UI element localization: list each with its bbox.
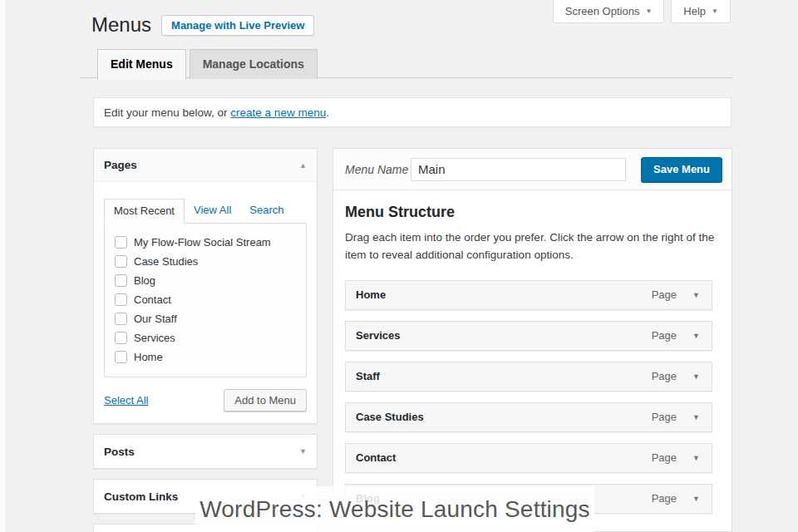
- page-checkbox[interactable]: [115, 332, 127, 344]
- chevron-down-icon: ▼: [712, 7, 718, 15]
- nav-tabs: Edit Menus Manage Locations: [97, 49, 318, 79]
- tab-edit-menus[interactable]: Edit Menus: [97, 49, 186, 80]
- video-caption-overlay: WordPress: Website Launch Settings: [195, 486, 594, 532]
- menu-item-label: Staff: [356, 370, 380, 382]
- menu-item-services[interactable]: Services Page ▼: [345, 321, 712, 351]
- list-item: Home: [105, 347, 306, 367]
- pages-metabox-title: Pages: [104, 159, 137, 171]
- menu-item-home[interactable]: Home Page ▼: [345, 280, 712, 310]
- expand-item-icon[interactable]: ▼: [692, 454, 700, 462]
- list-item: Our Staff: [105, 309, 306, 328]
- tab-most-recent[interactable]: Most Recent: [104, 199, 185, 224]
- add-to-menu-button[interactable]: Add to Menu: [224, 389, 307, 411]
- page-checkbox-label[interactable]: Contact: [134, 293, 171, 306]
- page-checkbox-label[interactable]: Blog: [134, 274, 155, 287]
- posts-metabox-header[interactable]: Posts ▼: [94, 435, 317, 468]
- menu-editor-panel: Menu Name Save Menu Menu Structure Drag …: [332, 148, 732, 532]
- list-item: Contact: [105, 290, 306, 309]
- page-checkbox[interactable]: [115, 236, 127, 249]
- expand-item-icon[interactable]: ▼: [692, 332, 700, 340]
- page-checkbox-label[interactable]: Services: [134, 332, 175, 344]
- menu-item-type: Page: [652, 329, 677, 342]
- tab-search[interactable]: Search: [240, 199, 293, 223]
- notice-text: Edit your menu below, or: [104, 106, 230, 119]
- menu-item-type: Page: [652, 411, 677, 423]
- posts-metabox: Posts ▼: [93, 434, 318, 469]
- menu-item-type: Page: [652, 492, 677, 505]
- screen-meta-links: Screen Options ▼ Help ▼: [553, 0, 731, 23]
- screen-options-button[interactable]: Screen Options ▼: [553, 0, 665, 23]
- menu-item-label: Services: [356, 329, 401, 342]
- help-label: Help: [683, 5, 706, 17]
- menu-item-staff[interactable]: Staff Page ▼: [345, 362, 712, 392]
- menu-item-type: Page: [652, 370, 677, 382]
- menu-name-bar: Menu Name Save Menu: [333, 149, 732, 190]
- menu-structure-help: Drag each item into the order you prefer…: [345, 229, 722, 264]
- menu-items-list: Home Page ▼ Services Page ▼ Staff Page ▼…: [345, 280, 720, 514]
- help-button[interactable]: Help ▼: [671, 0, 731, 23]
- manage-with-live-preview-button[interactable]: Manage with Live Preview: [161, 15, 314, 36]
- page-checkbox-label[interactable]: Case Studies: [134, 255, 198, 268]
- page-checkbox[interactable]: [115, 351, 127, 363]
- page-checkbox[interactable]: [115, 274, 127, 287]
- page-checkbox[interactable]: [115, 255, 127, 268]
- pages-filter-tabs: Most Recent View All Search: [104, 199, 307, 223]
- menu-item-case-studies[interactable]: Case Studies Page ▼: [345, 402, 712, 432]
- collapse-up-icon[interactable]: ▲: [299, 161, 307, 170]
- page-title: Menus: [91, 13, 151, 37]
- menu-item-label: Home: [356, 288, 386, 301]
- menu-items-sidebar: Pages ▲ Most Recent View All Search My F…: [93, 148, 318, 532]
- menu-item-type: Page: [652, 288, 677, 301]
- edit-menu-notice: Edit your menu below, or create a new me…: [93, 97, 732, 127]
- page-left-edge: [0, 0, 6, 532]
- pages-checklist: My Flow-Flow Social Stream Case Studies …: [104, 223, 307, 377]
- page-checkbox-label[interactable]: Home: [134, 351, 163, 363]
- page-checkbox[interactable]: [115, 313, 127, 325]
- collapse-down-icon[interactable]: ▼: [299, 447, 307, 456]
- expand-item-icon[interactable]: ▼: [692, 291, 700, 299]
- list-item: My Flow-Flow Social Stream: [105, 233, 306, 252]
- list-item: Blog: [105, 271, 306, 290]
- pages-metabox: Pages ▲ Most Recent View All Search My F…: [93, 148, 318, 424]
- list-item: Services: [105, 328, 306, 347]
- select-all-link[interactable]: Select All: [104, 394, 148, 406]
- expand-item-icon[interactable]: ▼: [692, 495, 700, 503]
- menu-item-label: Case Studies: [356, 411, 424, 423]
- custom-links-metabox-title: Custom Links: [104, 490, 178, 503]
- pages-metabox-body: Most Recent View All Search My Flow-Flow…: [94, 182, 317, 423]
- menu-item-type: Page: [652, 451, 677, 464]
- list-item: Case Studies: [105, 252, 306, 271]
- chevron-down-icon: ▼: [645, 7, 652, 15]
- page-header: Menus Manage with Live Preview: [91, 13, 314, 37]
- posts-metabox-title: Posts: [104, 446, 135, 458]
- menu-name-label: Menu Name: [345, 163, 411, 176]
- menu-structure-title: Menu Structure: [345, 204, 720, 221]
- pages-metabox-actions: Select All Add to Menu: [104, 389, 307, 411]
- menu-structure-section: Menu Structure Drag each item into the o…: [333, 190, 732, 532]
- screen-options-label: Screen Options: [565, 5, 640, 17]
- expand-item-icon[interactable]: ▼: [692, 372, 700, 381]
- menu-item-contact[interactable]: Contact Page ▼: [345, 443, 712, 473]
- tab-view-all[interactable]: View All: [185, 199, 240, 223]
- pages-metabox-header[interactable]: Pages ▲: [94, 149, 317, 182]
- save-menu-button[interactable]: Save Menu: [641, 157, 722, 182]
- page-checkbox[interactable]: [115, 293, 127, 306]
- notice-text-after: .: [326, 106, 329, 119]
- tab-manage-locations[interactable]: Manage Locations: [190, 49, 318, 79]
- page-checkbox-label[interactable]: Our Staff: [134, 313, 177, 325]
- menu-name-input[interactable]: [411, 158, 626, 181]
- caption-text: WordPress: Website Launch Settings: [200, 496, 590, 523]
- page-checkbox-label[interactable]: My Flow-Flow Social Stream: [134, 236, 271, 249]
- expand-item-icon[interactable]: ▼: [692, 413, 700, 421]
- menu-item-label: Contact: [356, 451, 396, 464]
- create-new-menu-link[interactable]: create a new menu: [230, 106, 326, 119]
